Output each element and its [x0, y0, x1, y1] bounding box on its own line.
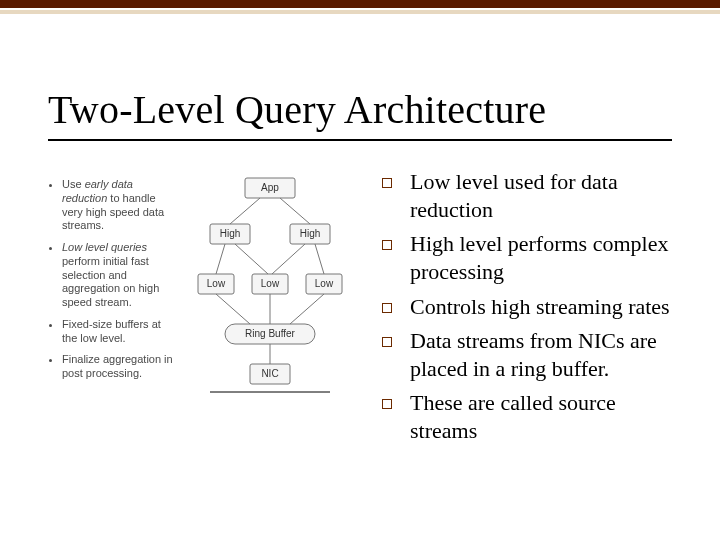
bullet-item: Data streams from NICs are placed in a r… [382, 327, 678, 383]
svg-line-3 [235, 244, 268, 274]
svg-line-2 [216, 244, 225, 274]
label-high: High [300, 228, 321, 239]
label-app: App [261, 182, 279, 193]
title-block: Two-Level Query Architecture [48, 86, 672, 141]
note-item: Fixed-size buffers at the low level. [62, 318, 178, 346]
bullet-text: Controls high streaming rates [410, 293, 678, 321]
bullet-item: These are called source streams [382, 389, 678, 445]
label-low: Low [315, 278, 334, 289]
note-text: Finalize aggregation in post processing. [62, 353, 173, 379]
square-bullet-icon [382, 337, 392, 347]
right-column: Low level used for data reduction High l… [358, 168, 678, 510]
note-item: Low level queries perform initial fast s… [62, 241, 178, 310]
label-nic: NIC [261, 368, 278, 379]
note-item: Use early data reduction to handle very … [62, 178, 178, 233]
square-bullet-icon [382, 240, 392, 250]
note-text: Fixed-size buffers at the low level. [62, 318, 161, 344]
bullet-list: Low level used for data reduction High l… [382, 168, 678, 445]
bullet-text: Data streams from NICs are placed in a r… [410, 327, 678, 383]
bullet-item: High level performs complex processing [382, 230, 678, 286]
note-item: Finalize aggregation in post processing. [62, 353, 178, 381]
square-bullet-icon [382, 303, 392, 313]
slide: Two-Level Query Architecture Use early d… [0, 0, 720, 540]
side-notes: Use early data reduction to handle very … [48, 168, 178, 510]
content-area: Use early data reduction to handle very … [48, 168, 678, 510]
slide-title: Two-Level Query Architecture [48, 86, 672, 133]
note-text: Use [62, 178, 85, 190]
svg-line-8 [290, 294, 324, 324]
square-bullet-icon [382, 399, 392, 409]
architecture-diagram: App High High Low Low Low Ring Buffer NI… [190, 168, 350, 510]
svg-line-4 [272, 244, 305, 274]
label-high: High [220, 228, 241, 239]
decor-bar-light [0, 10, 720, 14]
bullet-text: High level performs complex processing [410, 230, 678, 286]
svg-line-5 [315, 244, 324, 274]
diagram-svg: App High High Low Low Low Ring Buffer NI… [190, 174, 350, 394]
note-em: Low level queries [62, 241, 147, 253]
label-low: Low [207, 278, 226, 289]
label-low: Low [261, 278, 280, 289]
square-bullet-icon [382, 178, 392, 188]
svg-line-0 [230, 198, 260, 224]
left-column: Use early data reduction to handle very … [48, 168, 358, 510]
bullet-text: Low level used for data reduction [410, 168, 678, 224]
title-underline [48, 139, 672, 141]
bullet-text: These are called source streams [410, 389, 678, 445]
note-text: perform initial fast selection and aggre… [62, 255, 159, 308]
bullet-item: Controls high streaming rates [382, 293, 678, 321]
decor-bar-dark [0, 0, 720, 8]
bullet-item: Low level used for data reduction [382, 168, 678, 224]
svg-line-1 [280, 198, 310, 224]
label-ring: Ring Buffer [245, 328, 296, 339]
top-decor [0, 0, 720, 14]
svg-line-6 [216, 294, 250, 324]
